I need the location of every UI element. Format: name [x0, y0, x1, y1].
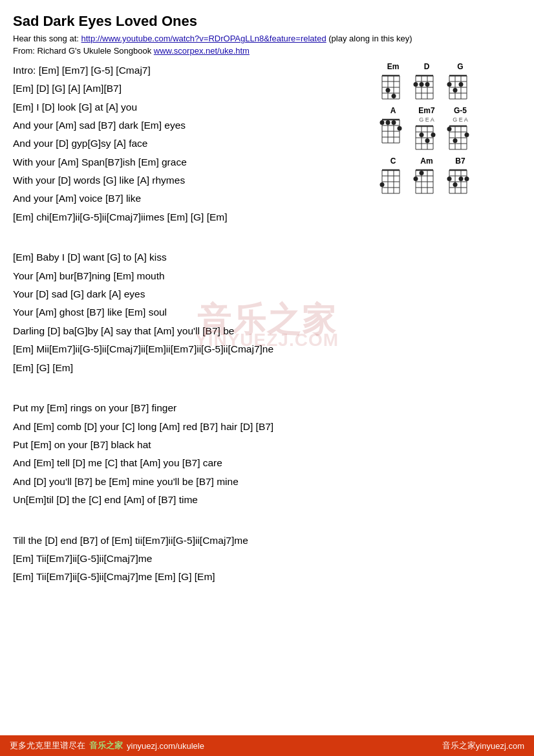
- lyric-line: Your [D] sad [G] dark [A] eyes: [13, 286, 372, 303]
- svg-point-104: [459, 177, 464, 181]
- svg-point-70: [453, 138, 458, 143]
- from-url-link[interactable]: www.scorpex.net/uke.htm: [154, 46, 250, 56]
- lyric-line: [Em] I [D] look [G] at [A] you: [13, 99, 372, 116]
- chord-name-label: C: [390, 157, 396, 166]
- lyric-line: With your [Am] Span[B7]ish [Em] grace: [13, 154, 372, 171]
- svg-point-20: [414, 82, 418, 87]
- svg-point-103: [453, 182, 458, 187]
- lyric-line: Darling [D] ba[G]by [A] say that [Am] yo…: [13, 323, 372, 340]
- footer-right-text: yinyuezj.com/ukulele: [127, 741, 204, 751]
- lyric-line: And your [Am] sad [B7] dark [Em] eyes: [13, 117, 372, 134]
- chord-name-label: G: [457, 62, 463, 71]
- lyric-line: And your [D] gyp[G]sy [A] face: [13, 135, 372, 152]
- chord-grid-svg: [412, 72, 441, 102]
- chord-diagram: A: [379, 106, 407, 153]
- hear-line: Hear this song at: http://www.youtube.co…: [13, 34, 521, 43]
- svg-point-45: [386, 120, 390, 125]
- lyric-line: Put my [Em] rings on your [B7] finger: [13, 400, 372, 416]
- chord-name-label: Em: [387, 62, 400, 71]
- svg-point-59: [431, 133, 436, 137]
- chord-row: CAmB7: [379, 157, 521, 197]
- from-line: From: Richard G's Ukulele Songbook www.s…: [13, 46, 521, 56]
- chord-diagram: G: [446, 62, 475, 102]
- lyric-line: With your [D] words [G] like [A] rhymes: [13, 172, 372, 189]
- content-area: Intro: [Em] [Em7] [G-5] [Cmaj7][Em] [D] …: [13, 62, 521, 587]
- lyric-line: And [Em] comb [D] your [C] long [Am] red…: [13, 418, 372, 435]
- hear-url-link[interactable]: http://www.youtube.com/watch?v=RDrOPAgLL…: [81, 34, 326, 43]
- footer-bar: 更多尤克里里谱尽在 音乐之家 yinyuezj.com/ukulele 音乐之家…: [0, 735, 534, 756]
- lyric-line: Till the [D] end [B7] of [Em] tii[Em7]ii…: [13, 532, 372, 549]
- svg-point-58: [425, 138, 430, 143]
- chord-grid-svg: [446, 123, 475, 153]
- chord-diagram: Am: [412, 157, 441, 197]
- chord-grid-svg: [446, 167, 475, 197]
- hear-label: Hear this song at:: [13, 34, 79, 43]
- chord-diagram: B7: [446, 157, 475, 197]
- svg-point-22: [425, 82, 430, 87]
- chord-diagrams: EmDGAEm7G E AG-5G E ACAmB7: [379, 62, 521, 587]
- svg-point-44: [380, 120, 385, 125]
- chord-diagram: Em: [379, 62, 407, 102]
- chord-name-label: Am: [420, 157, 433, 166]
- lyric-line: [Em] chi[Em7]ii[G-5]ii[Cmaj7]iimes [Em] …: [13, 209, 372, 226]
- svg-point-91: [414, 177, 418, 181]
- svg-point-47: [398, 126, 402, 131]
- chord-name-label: G-5: [454, 106, 467, 115]
- svg-point-57: [420, 133, 424, 137]
- svg-point-32: [447, 82, 452, 87]
- chord-grid-svg: [379, 167, 407, 197]
- chord-grid-svg: [412, 123, 441, 153]
- chord-grid-svg: [412, 167, 441, 197]
- svg-point-92: [420, 171, 424, 175]
- page-title: Sad Dark Eyes Loved Ones: [13, 13, 521, 30]
- chord-grid-svg: [379, 116, 407, 146]
- lyrics-section: Intro: [Em] [Em7] [G-5] [Cmaj7][Em] [D] …: [13, 62, 372, 587]
- chord-diagram: C: [379, 157, 407, 197]
- svg-point-33: [453, 88, 458, 92]
- lyric-line: [Em] [D] [G] [A] [Am][B7]: [13, 80, 372, 97]
- lyric-line: [13, 227, 372, 244]
- lyric-line: Your [Am] ghost [B7] like [Em] soul: [13, 304, 372, 321]
- lyric-line: [Em] Baby I [D] want [G] to [A] kiss: [13, 249, 372, 266]
- lyric-line: And [Em] tell [D] me [C] that [Am] you […: [13, 455, 372, 471]
- svg-point-69: [447, 127, 452, 131]
- chord-name-label: B7: [455, 157, 465, 166]
- svg-point-21: [420, 82, 424, 87]
- chord-grid-svg: [379, 72, 407, 102]
- chord-diagram: G-5G E A: [446, 106, 475, 153]
- lyric-line: Put [Em] on your [B7] black hat: [13, 437, 372, 453]
- lyric-line: Your [Am] bur[B7]ning [Em] mouth: [13, 268, 372, 285]
- chord-name-label: A: [390, 106, 396, 115]
- footer-green-text: 音乐之家: [89, 740, 123, 751]
- chord-name-label: D: [424, 62, 430, 71]
- svg-point-10: [392, 94, 396, 98]
- chord-diagram: D: [412, 62, 441, 102]
- lyric-line: [13, 378, 372, 394]
- svg-point-81: [380, 182, 385, 187]
- from-label: From: Richard G's Ukulele Songbook: [13, 46, 151, 56]
- footer-logo: 音乐之家 yinyuezj.com: [442, 735, 524, 756]
- svg-point-102: [447, 177, 452, 181]
- lyric-line: [Em] Tii[Em7]ii[G-5]ii[Cmaj7]me [Em] [G]…: [13, 568, 372, 585]
- lyric-line: [Em] Mii[Em7]ii[G-5]ii[Cmaj7]ii[Em]ii[Em…: [13, 341, 372, 358]
- lyric-line: Un[Em]til [D] the [C] end [Am] of [B7] t…: [13, 491, 372, 508]
- svg-point-105: [465, 177, 469, 181]
- chord-sub-label: G E A: [419, 116, 434, 123]
- footer-left-text: 更多尤克里里谱尽在: [10, 740, 85, 751]
- svg-point-71: [465, 133, 469, 137]
- lyric-line: And your [Am] voice [B7] like: [13, 190, 372, 207]
- chord-row: EmDG: [379, 62, 521, 102]
- lyric-line: [Em] [G] [Em]: [13, 360, 372, 376]
- lyric-line: [13, 510, 372, 526]
- svg-point-34: [459, 82, 464, 87]
- chord-sub-label: G E A: [453, 116, 468, 123]
- chord-diagram: Em7G E A: [412, 106, 441, 153]
- lyric-line: And [D] you'll [B7] be [Em] mine you'll …: [13, 473, 372, 490]
- lyric-line: [Em] Tii[Em7]ii[G-5]ii[Cmaj7]me: [13, 550, 372, 567]
- footer-logo-text: 音乐之家: [442, 740, 476, 751]
- chord-grid-svg: [446, 72, 475, 102]
- lyric-line: Intro: [Em] [Em7] [G-5] [Cmaj7]: [13, 62, 372, 79]
- svg-point-9: [386, 88, 390, 92]
- chord-row: AEm7G E AG-5G E A: [379, 106, 521, 153]
- chord-name-label: Em7: [418, 106, 434, 115]
